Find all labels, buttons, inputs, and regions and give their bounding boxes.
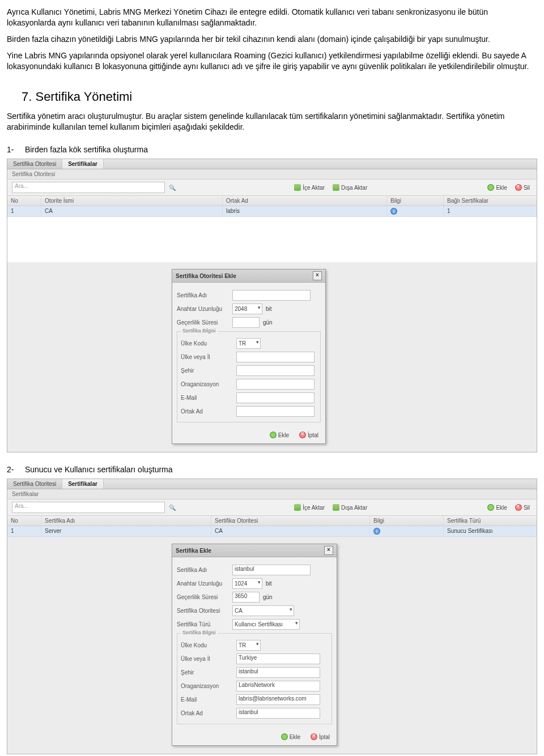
table-row[interactable]: 1 CA labris i 1 [7,206,537,217]
delete-icon [515,184,522,191]
col-info[interactable]: Bilgi [387,196,444,206]
cn-field[interactable] [236,406,314,417]
cert-name-field[interactable] [232,290,311,301]
label-email: E-Mail [181,395,233,401]
grid-header: No Otorite İsmi Ortak Ad Bilgi Bağlı Ser… [7,196,537,206]
unit-day: gün [263,594,273,600]
close-icon[interactable]: × [324,546,333,555]
import-button[interactable]: İçe Aktar [292,183,327,191]
dialog-add-button[interactable]: Ekle [279,733,303,741]
col-cert-authority[interactable]: Sertifika Otoritesi [211,516,370,526]
tab-certificates[interactable]: Sertifikalar [62,479,104,489]
intro-para-2: Birden fazla cihazın yönetildiği Labris … [7,34,537,45]
cancel-icon [299,432,306,438]
cell-authority: CA [41,206,223,216]
cancel-icon [311,733,317,740]
add-button[interactable]: Ekle [485,183,509,191]
intro-para-1: Ayrıca Kullanıcı Yönetimi, Labris MNG Me… [7,7,537,28]
dialog-title: Sertifika Ekle [176,548,211,554]
email-field[interactable] [236,392,314,403]
export-icon [333,504,339,511]
label-email: E-Mail [181,697,233,703]
label-cert-authority: Sertifika Otoritesi [177,608,229,614]
import-icon [294,184,301,191]
state-field[interactable] [236,352,314,362]
add-certificate-dialog: Sertifika Ekle × Sertifika Adıistanbul A… [172,544,337,746]
list-num: 1- [7,145,23,154]
label-city: Şehir [181,368,233,374]
unit-bit: bit [266,306,272,312]
cert-authority-select[interactable]: CA [232,605,294,616]
unit-day: gün [263,319,273,326]
dialog-cancel-button[interactable]: İptal [308,733,332,741]
col-info[interactable]: Bilgi [370,516,444,526]
list-item-2: 2- Sunucu ve Kullanıcı sertifikaları olu… [7,465,537,474]
import-button[interactable]: İçe Aktar [292,503,327,511]
city-field[interactable] [236,365,314,376]
email-field[interactable]: labris@labrisnetworks.com [236,694,320,705]
cert-type-select[interactable]: Kullanıcı Sertifikası [232,619,300,630]
section-7-desc: Sertifika yönetim aracı oluşturulmuştur.… [7,111,537,133]
label-state: Ülke veya İl [181,354,233,360]
cell-no: 1 [7,206,41,216]
list-num: 2- [7,465,23,474]
cn-field[interactable]: istanbul [236,708,320,719]
label-validity: Geçerlilik Süresi [177,319,229,326]
validity-field[interactable]: 3650 [232,592,260,603]
label-key-length: Anahtar Uzunluğu [177,306,229,312]
cell-type: Sunucu Sertifikası [444,526,537,536]
search-icon[interactable]: 🔍 [168,183,176,191]
list-text: Birden fazla kök sertifika oluşturma [25,145,148,154]
org-field[interactable]: LabrisNetwork [236,681,320,691]
country-select[interactable]: TR [236,640,261,651]
add-icon [281,733,288,740]
search-icon[interactable]: 🔍 [168,503,176,511]
close-icon[interactable]: × [313,271,322,280]
col-common-name[interactable]: Ortak Ad [223,196,387,206]
state-field[interactable]: Turkiye [236,654,320,664]
delete-button[interactable]: Sil [513,183,532,191]
label-org: Oraganizasyon [181,683,233,689]
search-input[interactable]: Ara... [12,502,165,513]
country-select[interactable]: TR [236,338,261,349]
validity-field[interactable] [232,317,260,328]
dialog-cancel-button[interactable]: İptal [297,431,321,439]
sub-bar: Sertifikalar [7,489,537,499]
search-input[interactable]: Ara... [12,182,165,193]
add-icon [487,504,494,511]
cell-info: i [370,526,444,536]
cert-name-field[interactable]: istanbul [232,565,311,575]
col-no[interactable]: No [7,196,41,206]
label-validity: Geçerlilik Süresi [177,594,229,600]
col-cert-type[interactable]: Sertifika Türü [444,516,537,526]
add-button[interactable]: Ekle [485,503,509,511]
tab-authority[interactable]: Sertifika Otoritesi [7,159,62,169]
dialog-add-button[interactable]: Ekle [267,431,291,439]
col-cert-name[interactable]: Sertifika Adı [41,516,211,526]
info-icon[interactable]: i [373,528,380,535]
tab-certificates[interactable]: Sertifikalar [62,159,104,169]
org-field[interactable] [236,379,314,390]
export-button[interactable]: Dışa Aktar [330,183,369,191]
key-length-select[interactable]: 1024 [232,578,262,589]
label-key-length: Anahtar Uzunluğu [177,580,229,587]
key-length-select[interactable]: 2048 [232,304,262,314]
add-icon [487,184,494,191]
add-authority-dialog: Sertifika Otoritesi Ekle × Sertifika Adı… [172,269,326,444]
sub-bar: Sertifika Otoritesi [7,169,537,180]
tab-authority[interactable]: Sertifika Otoritesi [7,479,62,489]
city-field[interactable]: istanbul [236,667,320,678]
list-item-1: 1- Birden fazla kök sertifika oluşturma [7,145,537,154]
export-button[interactable]: Dışa Aktar [330,503,369,511]
col-no[interactable]: No [7,516,41,526]
info-icon[interactable]: i [390,208,397,215]
intro-para-3: Yine Labris MNG yapılarında opsiyonel ol… [7,50,537,72]
screenshot-certificates: Sertifika Otoritesi Sertifikalar Sertifi… [7,479,537,754]
delete-icon [515,504,522,511]
delete-button[interactable]: Sil [513,503,532,511]
label-country: Ülke Kodu [181,642,233,648]
label-cert-name: Sertifika Adı [177,292,229,298]
col-dependent-certs[interactable]: Bağlı Sertifikalar [444,196,537,206]
table-row[interactable]: 1 Server CA i Sunucu Sertifikası [7,526,537,537]
col-authority-name[interactable]: Otorite İsmi [41,196,223,206]
